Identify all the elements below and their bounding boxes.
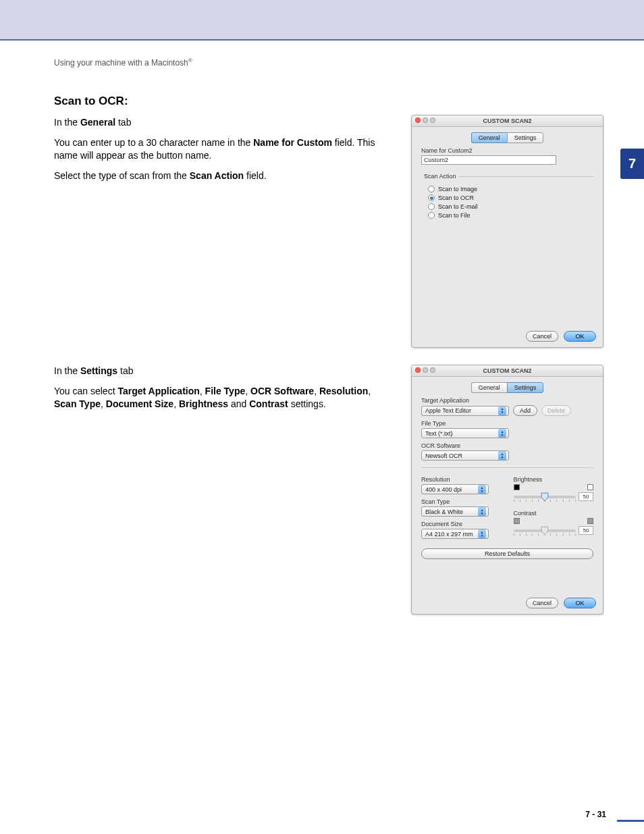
- txt: tab: [117, 365, 133, 376]
- radio-icon: [428, 186, 435, 192]
- bold: Resolution: [319, 386, 368, 396]
- cancel-button[interactable]: Cancel: [526, 331, 558, 342]
- label-brightness: Brightness: [514, 476, 594, 483]
- titlebar: CUSTOM SCAN2: [412, 365, 603, 377]
- high-contrast-icon: [587, 518, 593, 524]
- txt-bold: Scan Action: [190, 170, 244, 181]
- select-document-size[interactable]: A4 210 x 297 mm ▲▼: [421, 529, 489, 539]
- window-title: CUSTOM SCAN2: [483, 367, 532, 374]
- zoom-icon: [430, 118, 435, 123]
- window-title: CUSTOM SCAN2: [483, 118, 532, 124]
- select-resolution[interactable]: 400 x 400 dpi ▲▼: [421, 484, 489, 494]
- bold: Brightness: [179, 398, 228, 409]
- left-column: Resolution 400 x 400 dpi ▲▼ Scan Type Bl…: [421, 472, 502, 539]
- cancel-button[interactable]: Cancel: [526, 598, 558, 608]
- label-target-application: Target Application: [421, 397, 593, 404]
- dark-icon: [514, 484, 520, 490]
- bold: Document Size: [106, 398, 173, 409]
- txt-bold: General: [80, 117, 115, 128]
- para-settings-list: You can select Target Application, File …: [54, 385, 392, 411]
- button-row: Cancel OK: [526, 598, 596, 608]
- chapter-tab: 7: [620, 149, 644, 179]
- brightness-slider[interactable]: [514, 496, 576, 498]
- bold: Contrast: [249, 398, 288, 409]
- add-button[interactable]: Add: [513, 405, 537, 416]
- radio-scan-to-file[interactable]: Scan to File: [428, 212, 593, 219]
- contrast-slider[interactable]: [514, 529, 576, 532]
- minimize-icon: [423, 118, 428, 123]
- label-document-size: Document Size: [421, 521, 502, 527]
- txt: You can select: [54, 386, 117, 396]
- para-name-for-custom: You can enter up to a 30 character name …: [54, 136, 392, 163]
- close-icon[interactable]: [415, 118, 421, 123]
- tab-row: General Settings: [412, 382, 603, 393]
- minimize-icon: [423, 367, 428, 373]
- label-file-type: File Type: [421, 420, 593, 427]
- window-controls: [415, 118, 435, 123]
- tab-row: General Settings: [412, 132, 603, 143]
- select-file-type[interactable]: Text (*.txt) ▲▼: [421, 428, 509, 438]
- dialog-custom-scan-settings: CUSTOM SCAN2 General Settings Target App…: [411, 365, 603, 615]
- input-name-for-custom[interactable]: Custom2: [421, 155, 556, 165]
- delete-button: Delete: [541, 405, 571, 416]
- close-icon[interactable]: [415, 367, 421, 373]
- top-band: [0, 0, 644, 41]
- low-contrast-icon: [514, 518, 520, 524]
- txt: ,: [368, 386, 371, 396]
- tab-general[interactable]: General: [471, 382, 507, 393]
- bold: OCR Software: [250, 386, 314, 396]
- para-scan-action: Select the type of scan from the Scan Ac…: [54, 170, 392, 183]
- bold: Target Application: [117, 386, 199, 396]
- label-scan-type: Scan Type: [421, 498, 502, 505]
- tab-settings[interactable]: Settings: [507, 382, 544, 393]
- txt: You can enter up to a 30 character name …: [54, 137, 253, 148]
- brightness-value[interactable]: 50: [579, 492, 593, 501]
- radio-label: Scan to File: [438, 212, 471, 219]
- tab-general[interactable]: General: [471, 132, 507, 143]
- txt: ,: [245, 386, 250, 396]
- para-settings-tab: In the Settings tab: [54, 365, 392, 378]
- txt: ,: [101, 398, 106, 409]
- running-header: Using your machine with a Macintosh®: [54, 57, 192, 68]
- right-column: Brightness 50 C: [514, 472, 594, 539]
- fieldset-scan-action: Scan Action Scan to Image Scan to OCR Sc…: [421, 173, 593, 221]
- txt: In the: [54, 365, 80, 376]
- divider: [421, 467, 593, 468]
- radio-icon: [428, 203, 435, 210]
- txt-bold: Name for Custom: [253, 137, 332, 148]
- txt: ,: [314, 386, 319, 396]
- legend-scan-action: Scan Action: [421, 173, 459, 180]
- txt: field.: [244, 170, 266, 181]
- light-icon: [587, 484, 593, 490]
- dialog-custom-scan-general: CUSTOM SCAN2 General Settings Name for C…: [411, 115, 603, 348]
- select-value: Newsoft OCR: [425, 452, 462, 459]
- radio-label: Scan to Image: [438, 186, 477, 192]
- footer-accent: [617, 820, 644, 822]
- txt: tab: [115, 117, 131, 128]
- updown-icon: ▲▼: [478, 529, 486, 538]
- txt: ,: [200, 386, 205, 396]
- zoom-icon: [430, 367, 435, 373]
- select-value: Text (*.txt): [425, 430, 453, 437]
- ok-button[interactable]: OK: [564, 331, 596, 342]
- page-number: 7 - 31: [585, 810, 606, 819]
- txt: ,: [173, 398, 179, 409]
- ok-button[interactable]: OK: [564, 598, 596, 608]
- select-scan-type[interactable]: Black & White ▲▼: [421, 506, 489, 517]
- tab-settings[interactable]: Settings: [507, 132, 544, 143]
- restore-defaults-button[interactable]: Restore Defaults: [421, 548, 593, 559]
- select-value: 400 x 400 dpi: [425, 486, 462, 493]
- slider-thumb-icon: [541, 492, 549, 502]
- contrast-value[interactable]: 50: [579, 526, 593, 535]
- radio-scan-to-ocr[interactable]: Scan to OCR: [428, 194, 593, 201]
- radio-scan-to-email[interactable]: Scan to E-mail: [428, 203, 593, 210]
- select-ocr-software[interactable]: Newsoft OCR ▲▼: [421, 450, 509, 461]
- radio-icon: [428, 212, 435, 219]
- bold: File Type: [205, 386, 246, 396]
- running-header-text: Using your machine with a Macintosh: [54, 58, 188, 68]
- updown-icon: ▲▼: [498, 429, 506, 438]
- radio-label: Scan to E-mail: [438, 203, 478, 210]
- radio-scan-to-image[interactable]: Scan to Image: [428, 186, 593, 192]
- select-target-application[interactable]: Apple Text Editor ▲▼: [421, 406, 509, 416]
- updown-icon: ▲▼: [478, 485, 486, 494]
